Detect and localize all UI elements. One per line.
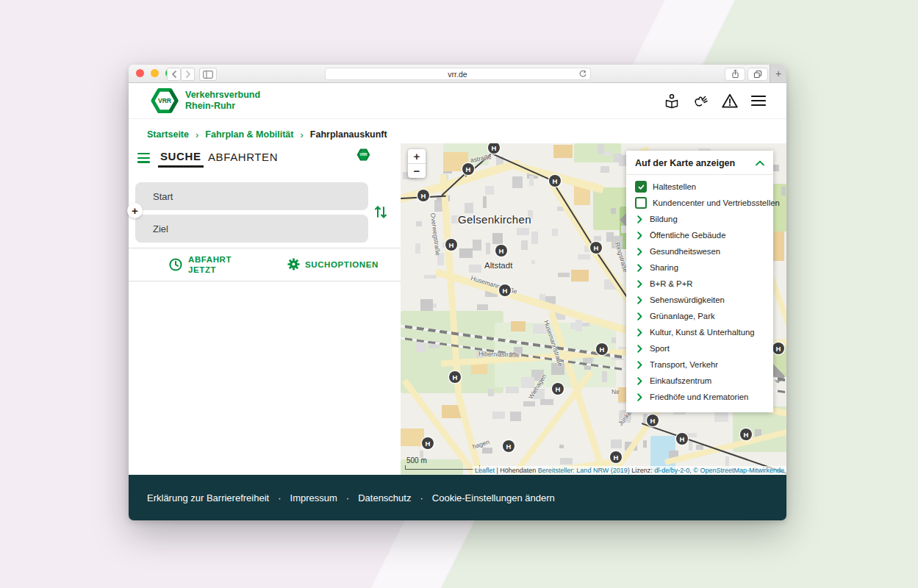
map[interactable]: astraßeOverwegstraßeHusemannstraßeHusema… xyxy=(401,143,786,475)
stop-marker[interactable]: H xyxy=(445,239,457,251)
suchoptionen-button[interactable]: SUCHOPTIONEN xyxy=(287,258,379,270)
stop-marker[interactable]: H xyxy=(610,451,622,463)
panel-menu-button[interactable] xyxy=(137,153,150,165)
layer-item[interactable]: Sharing xyxy=(626,259,773,276)
alerts-button[interactable] xyxy=(721,93,739,109)
browser-chrome: vrr.de + xyxy=(129,65,786,83)
leaflet-link[interactable]: Leaflet xyxy=(475,467,495,474)
land-nrw-link[interactable]: Bereitsteller: Land NRW (2019) xyxy=(538,467,630,474)
breadcrumb-item-1[interactable]: Startseite xyxy=(147,129,189,140)
close-button[interactable] xyxy=(136,69,144,77)
share-button[interactable] xyxy=(725,68,745,81)
layer-panel-header[interactable]: Auf der Karte anzeigen xyxy=(626,151,773,175)
chevron-right-icon xyxy=(185,71,191,78)
chevron-right-icon xyxy=(635,393,644,401)
layer-item[interactable]: Sehenswürdigkeiten xyxy=(626,292,773,308)
layer-item[interactable]: Grünanlage, Park xyxy=(626,308,773,324)
layer-item[interactable]: Haltestellen xyxy=(626,179,773,195)
footer-link[interactable]: Datenschutz xyxy=(358,492,411,503)
tab-suche[interactable]: SUCHE xyxy=(158,150,204,168)
layer-item-label: Transport, Verkehr xyxy=(650,360,718,369)
breadcrumb-separator-icon: › xyxy=(196,130,198,140)
easy-language-button[interactable] xyxy=(664,93,680,109)
layer-item[interactable]: Kundencenter und Vertriebsstellen xyxy=(626,195,773,211)
chevron-right-icon xyxy=(635,248,644,256)
svg-text:VRR: VRR xyxy=(158,97,171,104)
layer-item[interactable]: Transport, Verkehr xyxy=(626,356,773,373)
reload-icon[interactable] xyxy=(578,70,587,79)
footer-link[interactable]: Erklärung zur Barrierefreiheit xyxy=(147,492,269,503)
stop-marker[interactable]: H xyxy=(740,429,752,440)
menu-button[interactable] xyxy=(751,95,766,107)
chevron-right-icon xyxy=(635,280,644,288)
abfahrt-jetzt-button[interactable]: ABFAHRT JETZT xyxy=(168,254,232,276)
add-via-button[interactable]: + xyxy=(127,203,143,218)
breadcrumb-item-2[interactable]: Fahrplan & Mobilität xyxy=(205,129,293,140)
attribution-text: Lizenz: xyxy=(630,467,655,474)
map-scale: 500 m xyxy=(405,456,480,470)
stop-marker[interactable]: H xyxy=(590,242,602,254)
new-tab-button[interactable]: + xyxy=(770,65,786,82)
layer-item[interactable]: Kultur, Kunst & Unterhaltung xyxy=(626,324,773,340)
stop-marker[interactable]: H xyxy=(495,245,507,257)
clock-icon xyxy=(168,257,183,272)
layer-panel-title: Auf der Karte anzeigen xyxy=(635,158,735,168)
svg-text:VRR: VRR xyxy=(359,153,367,157)
layer-item[interactable]: Öffentliche Gebäude xyxy=(626,227,773,243)
person-reading-icon xyxy=(664,93,680,109)
map-zoom-control: + − xyxy=(408,149,426,178)
layer-item[interactable]: Bildung xyxy=(626,211,773,227)
vrr-mini-icon[interactable]: VRR xyxy=(356,148,370,165)
ziel-input[interactable]: Ziel xyxy=(135,215,368,243)
stop-marker[interactable]: H xyxy=(499,284,511,296)
back-button[interactable] xyxy=(167,68,181,81)
layer-item[interactable]: Friedhöfe und Krematorien xyxy=(626,389,773,405)
layer-item-label: Kundencenter und Vertriebsstellen xyxy=(653,198,780,207)
tab-overview-button[interactable] xyxy=(747,68,768,81)
checkbox-unchecked-icon xyxy=(635,197,647,209)
stop-marker[interactable]: H xyxy=(488,143,500,154)
layer-item[interactable]: Einkaufszentrum xyxy=(626,373,773,389)
layer-item-label: Sharing xyxy=(650,263,678,272)
stop-marker[interactable]: H xyxy=(676,433,688,445)
site-header: VRR Verkehrsverbund Rhein-Ruhr xyxy=(129,83,786,119)
stop-marker[interactable]: H xyxy=(596,343,608,355)
minimize-button[interactable] xyxy=(151,69,159,77)
url-text: vrr.de xyxy=(448,70,467,79)
stop-marker[interactable]: H xyxy=(462,163,474,175)
site-footer: Erklärung zur Barrierefreiheit·Impressum… xyxy=(129,475,786,520)
vrr-logo[interactable]: VRR Verkehrsverbund Rhein-Ruhr xyxy=(151,87,260,115)
license-link[interactable]: dl-de/by-2-0 xyxy=(654,467,689,474)
zoom-out-button[interactable]: − xyxy=(408,164,426,178)
stop-marker[interactable]: H xyxy=(549,175,561,187)
footer-link[interactable]: Impressum xyxy=(290,492,337,503)
tab-abfahrten[interactable]: ABFAHRTEN xyxy=(208,150,278,163)
sign-language-button[interactable] xyxy=(692,93,709,109)
chevron-up-icon xyxy=(756,160,764,166)
footer-link[interactable]: Cookie-Einstellungen ändern xyxy=(432,492,555,503)
layer-item[interactable]: B+R & P+R xyxy=(626,276,773,292)
start-input[interactable]: Start xyxy=(135,182,368,210)
stop-marker[interactable]: H xyxy=(449,371,461,383)
page-content: Startseite›Fahrplan & Mobilität›Fahrplan… xyxy=(129,119,786,475)
osm-link[interactable]: © OpenStreetMap-Mitwirkende xyxy=(693,467,784,474)
stop-marker[interactable]: H xyxy=(552,383,564,395)
layer-item[interactable]: Sport xyxy=(626,340,773,356)
swap-start-ziel-button[interactable] xyxy=(374,204,387,223)
layer-item-label: Haltestellen xyxy=(653,182,696,191)
stop-marker[interactable]: H xyxy=(417,190,429,201)
stop-marker[interactable]: H xyxy=(772,343,784,354)
sidebar-toggle-button[interactable] xyxy=(199,68,217,81)
forward-button[interactable] xyxy=(181,68,195,81)
scale-bar xyxy=(405,465,480,470)
chevron-right-icon xyxy=(635,361,644,369)
layer-item[interactable]: Gesundheitswesen xyxy=(626,243,773,259)
zoom-in-button[interactable]: + xyxy=(408,149,426,164)
sign-language-icon xyxy=(692,93,709,109)
stop-marker[interactable]: H xyxy=(647,415,659,426)
chevron-right-icon xyxy=(635,264,644,272)
layer-item-label: Gesundheitswesen xyxy=(650,247,720,256)
stop-marker[interactable]: H xyxy=(422,437,434,449)
url-bar[interactable]: vrr.de xyxy=(325,68,591,80)
stop-marker[interactable]: H xyxy=(503,440,514,452)
